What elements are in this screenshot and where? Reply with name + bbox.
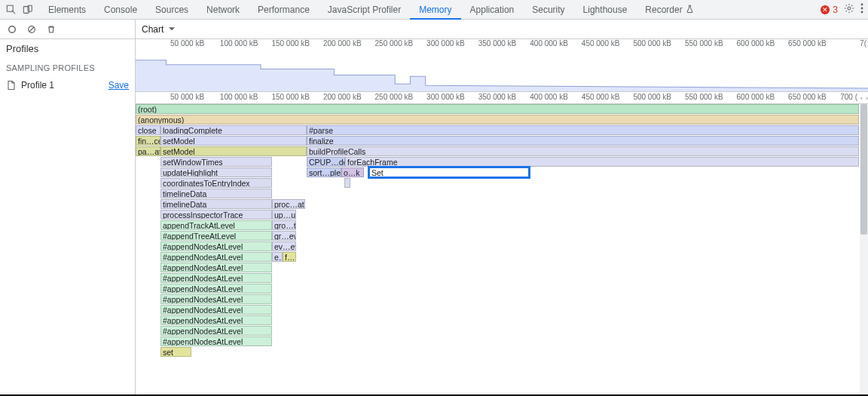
flame-bar[interactable]: #appendNodesAtLevel [160, 241, 272, 251]
sampling-section-label: SAMPLING PROFILES [0, 59, 135, 77]
flame-bar[interactable]: appendTrackAtLevel [160, 220, 272, 230]
flame-bar[interactable]: #appendNodesAtLevel [160, 294, 272, 304]
flame-bar[interactable]: loadingComplete [160, 125, 307, 135]
kebab-menu-icon[interactable] [860, 3, 863, 16]
flame-bar[interactable]: #appendNodesAtLevel [160, 273, 272, 283]
profile-row[interactable]: Profile 1 Save [0, 77, 135, 94]
tab-lighthouse[interactable]: Lighthouse [574, 0, 637, 20]
flame-bar[interactable]: #appendNodesAtLevel [160, 252, 272, 262]
flame-bar[interactable]: (root) [136, 104, 859, 114]
ruler-tick: 100 000 kB [220, 39, 258, 48]
flame-bar[interactable]: f…r [283, 252, 296, 262]
overview-tick-clip: 7( [860, 39, 866, 48]
settings-icon[interactable] [844, 3, 854, 16]
tab-performance[interactable]: Performance [249, 0, 319, 20]
tab-memory[interactable]: Memory [410, 0, 460, 20]
record-button[interactable] [6, 23, 18, 35]
error-count-badge[interactable]: ✕ 3 [821, 5, 838, 15]
ruler-tick: 650 000 kB [788, 93, 827, 101]
flame-bar[interactable]: setModel [160, 136, 307, 146]
flame-row: set [136, 347, 859, 358]
flame-bar[interactable]: updateHighlight [160, 167, 272, 177]
devtools-tabbar: ElementsConsoleSourcesNetworkPerformance… [0, 0, 868, 20]
tab-javascript-profiler[interactable]: JavaScript Profiler [319, 0, 410, 20]
overview-chart[interactable]: 50 000 kB100 000 kB150 000 kB200 000 kB2… [136, 39, 868, 92]
flame-bar[interactable]: processInspectorTrace [160, 210, 272, 219]
flame-bar[interactable]: set [160, 347, 191, 357]
svg-point-5 [861, 11, 863, 14]
flame-bar[interactable]: forEachFrame [345, 157, 859, 167]
delete-button[interactable] [45, 23, 57, 35]
flame-bar[interactable]: ev…ew [272, 241, 296, 251]
flame-row: #appendNodesAtLevelev…ew [136, 241, 859, 252]
flame-ruler[interactable]: 50 000 kB100 000 kB150 000 kB200 000 kB2… [136, 92, 868, 104]
flame-bar[interactable]: e… [272, 252, 283, 262]
flame-bar[interactable]: up…up [272, 210, 296, 219]
flame-bar[interactable]: #appendNodesAtLevel [160, 305, 272, 315]
ruler-tick-clip: 700 ( [840, 93, 857, 101]
flame-row: #appendNodesAtLevel [136, 273, 859, 284]
svg-point-4 [861, 8, 863, 10]
device-toggle-icon[interactable] [20, 2, 36, 18]
flame-chart[interactable]: (root)(anonymous)closeloadingComplete#pa… [136, 104, 868, 394]
flame-bar[interactable]: sort…ples [307, 167, 341, 177]
flame-bar[interactable]: CPUP…del [307, 157, 345, 167]
profile-save-link[interactable]: Save [108, 80, 129, 91]
flame-bar[interactable]: #parse [307, 125, 859, 135]
ruler-scroll-left-icon[interactable]: ‹ [860, 95, 863, 102]
tab-network[interactable]: Network [197, 0, 249, 20]
flame-bar[interactable]: #appendNodesAtLevel [160, 262, 272, 272]
ruler-tick: 150 000 kB [271, 39, 310, 48]
error-count: 3 [833, 5, 838, 15]
flame-bar[interactable]: o…k [341, 167, 364, 177]
flame-row: processInspectorTraceup…up [136, 210, 859, 220]
ruler-tick: 650 000 kB [788, 39, 827, 48]
flame-bar[interactable]: pa…at [136, 146, 160, 156]
tab-application[interactable]: Application [461, 0, 524, 20]
tab-security[interactable]: Security [523, 0, 573, 20]
ruler-tick: 300 000 kB [426, 39, 465, 48]
ruler-tick: 550 000 kB [685, 93, 723, 101]
flame-bar[interactable]: finalize [307, 136, 859, 146]
flame-bar[interactable]: #appendNodesAtLevel [160, 284, 272, 293]
tab-sources[interactable]: Sources [146, 0, 197, 20]
ruler-tick: 100 000 kB [220, 93, 258, 101]
flame-bar[interactable]: gro…ts [272, 220, 296, 230]
flame-bar[interactable]: timelineData [160, 189, 272, 198]
flame-bar[interactable]: proc…ata [272, 199, 305, 209]
flame-bar[interactable]: setModel [160, 146, 307, 156]
flame-bar[interactable]: (anonymous) [136, 115, 859, 124]
flame-row: timelineData [136, 189, 859, 199]
ruler-tick: 50 000 kB [170, 39, 204, 48]
flame-bar[interactable]: gr…ew [272, 231, 296, 241]
view-mode-select[interactable]: Chart [142, 24, 175, 35]
flame-bar[interactable] [344, 178, 350, 188]
flame-bar[interactable]: coordinatesToEntryIndex [160, 178, 272, 188]
profile-name: Profile 1 [21, 80, 104, 91]
clear-button[interactable] [26, 23, 38, 35]
flame-bar[interactable]: #appendNodesAtLevel [160, 315, 272, 325]
ruler-tick: 450 000 kB [582, 93, 620, 101]
ruler-tick: 150 000 kB [271, 93, 310, 101]
flame-bar[interactable]: timelineData [160, 199, 272, 209]
flame-bar[interactable]: buildProfileCalls [307, 146, 859, 156]
flame-row: #appendNodesAtLevel [136, 305, 859, 315]
ruler-tick: 400 000 kB [530, 93, 568, 101]
inspect-icon[interactable] [3, 2, 20, 18]
tab-elements[interactable]: Elements [39, 0, 95, 20]
flame-bar[interactable]: Set [369, 167, 529, 177]
tab-recorder[interactable]: Recorder [636, 0, 702, 20]
flame-bar[interactable]: #appendNodesAtLevel [160, 336, 272, 346]
flame-bar[interactable]: #appendNodesAtLevel [160, 326, 272, 336]
flame-scrollbar[interactable] [860, 104, 868, 394]
ruler-tick: 50 000 kB [170, 93, 204, 101]
flame-bar[interactable]: setWindowTimes [160, 157, 272, 167]
ruler-tick: 200 000 kB [323, 39, 362, 48]
ruler-tick: 500 000 kB [633, 39, 671, 48]
flame-scrollbar-thumb[interactable] [860, 104, 867, 235]
tab-console[interactable]: Console [95, 0, 146, 20]
flame-bar[interactable]: close [136, 125, 160, 135]
flame-bar[interactable]: fin…ce [136, 136, 160, 146]
flame-row: coordinatesToEntryIndex [136, 178, 859, 189]
flame-bar[interactable]: #appendTreeAtLevel [160, 231, 272, 241]
